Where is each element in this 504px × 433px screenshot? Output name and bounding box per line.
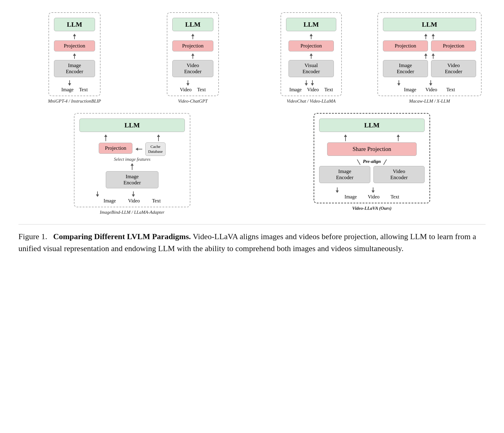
diagram5-arrows1 [79, 134, 185, 141]
diagram1-wrapper: LLM Projection ImageEncoder [18, 12, 131, 104]
diagram4-llm: LLM [383, 18, 476, 31]
diagram3-inputs: Image Video Text [289, 87, 333, 92]
diagram3: LLM Projection VisualEncoder [281, 12, 342, 96]
diagram6-share-projection: Share Projection [327, 142, 417, 156]
diagram4-proj1: Projection [383, 40, 428, 51]
diagram4-inputs: Image Video Text [404, 87, 455, 92]
bottom-diagrams-row: LLM Projection Cache [18, 113, 486, 215]
diagram4-input-image: Image [404, 87, 416, 92]
diagram5-input-arrows [79, 191, 185, 197]
diagram4-enc2: VideoEncoder [431, 60, 476, 77]
diagram1-arrow2 [73, 53, 76, 59]
diagram2: LLM Projection VideoEncoder Video Text [167, 12, 219, 96]
diagram3-input-arrows [305, 80, 318, 86]
diagram4-projections: Projection Projection [383, 40, 476, 53]
diagram3-input-video: Video [307, 87, 319, 92]
diagram5: LLM Projection Cache [74, 113, 190, 207]
diagram3-wrapper: LLM Projection VisualEncoder [255, 12, 367, 104]
diagram2-llm: LLM [172, 18, 213, 31]
diagram2-arrow1 [191, 34, 194, 39]
diagram3-projection: Projection [288, 40, 334, 51]
diagram5-input-image: Image [104, 198, 116, 204]
diagram5-input-text: Text [152, 198, 161, 204]
figure-caption: Figure 1. Comparing Different LVLM Parad… [18, 224, 486, 254]
diagram6-input-text: Text [391, 194, 399, 200]
diagram1-input-arrows [68, 80, 81, 86]
diagram5-wrapper: LLM Projection Cache [18, 113, 246, 215]
diagram2-input-text: Text [197, 87, 206, 92]
diagram4-input-text: Text [446, 87, 455, 92]
diagram4-arrows2 [383, 53, 476, 59]
diagram2-input-arrows [186, 80, 199, 86]
diagram3-encoder: VisualEncoder [288, 60, 334, 77]
diagram1-inputs: Image Text [61, 87, 88, 92]
diagram6-arrows1 [319, 134, 425, 141]
diagram5-h-arrow [136, 148, 142, 151]
diagram2-projection: Projection [172, 40, 213, 51]
diagram4: LLM Projection Projection [377, 12, 482, 96]
diagram6-caption: Video-LLaVA (Ours) [352, 206, 391, 211]
diagram6-llm: LLM [319, 119, 425, 132]
diagram4-encoders: ImageEncoder VideoEncoder [383, 60, 476, 79]
diagram1-encoder: ImageEncoder [54, 60, 95, 77]
diagram6: LLM Share Projection [314, 113, 430, 203]
diagram5-llm: LLM [79, 119, 185, 132]
diagram6-input-arrows [319, 187, 425, 193]
diagram4-enc1: ImageEncoder [383, 60, 428, 77]
diagram6-input-image: Image [345, 194, 357, 200]
diagram2-encoder: VideoEncoder [172, 60, 213, 77]
diagram1-caption: MniGPT-4 / InstructionBLIP [48, 99, 101, 104]
diagram5-arrow2 [131, 163, 134, 170]
diagram1: LLM Projection ImageEncoder [48, 12, 101, 96]
diagram3-llm: LLM [286, 18, 336, 31]
diagram2-arrow2 [191, 53, 194, 59]
diagram3-input-image: Image [289, 87, 302, 92]
diagram6-pre-align-row: Pre-align [360, 158, 384, 165]
top-diagrams-row: LLM Projection ImageEncoder [18, 12, 486, 104]
diagram2-inputs: Video Text [180, 87, 206, 92]
diagram5-inputs: Image Video Text [104, 198, 161, 204]
figure-bold-text: Comparing Different LVLM Paradigms. [53, 232, 191, 241]
diagram3-input-text: Text [324, 87, 333, 92]
diagram6-encoders: ImageEncoder VideoEncoder [319, 166, 425, 185]
figure-label: Figure 1. [18, 232, 47, 241]
diagram4-caption: Macaw-LLM / X-LLM [409, 99, 450, 104]
diagram1-arrow1 [73, 34, 76, 39]
diagram5-caption: ImageBind-LLM / LLaMA-Adapter [100, 210, 165, 215]
diagram1-llm: LLM [54, 18, 95, 31]
diagram6-inputs: Image Video Text [345, 194, 399, 200]
diagram6-wrapper: LLM Share Projection [258, 113, 486, 215]
diagram5-projection: Projection [99, 143, 132, 154]
diagram6-pre-align: Pre-align [363, 159, 381, 164]
diagram2-wrapper: LLM Projection VideoEncoder Video Text [137, 12, 249, 104]
diagram3-arrow2 [310, 53, 313, 59]
diagram4-arrows1 [383, 34, 476, 39]
diagram3-caption: VideoChat / Video-LLaMA [287, 99, 335, 104]
diagram6-input-video: Video [368, 194, 380, 200]
diagram4-input-arrows [383, 80, 476, 86]
diagram3-arrow1 [310, 34, 313, 39]
diagram2-caption: Video-ChatGPT [178, 99, 208, 104]
diagram1-input-text: Text [79, 87, 88, 92]
diagram4-proj2: Projection [431, 40, 476, 51]
diagram5-encoder: ImageEncoder [106, 171, 158, 188]
diagram1-input-image: Image [61, 87, 74, 92]
diagram4-input-video: Video [426, 87, 437, 92]
diagram6-enc2: VideoEncoder [373, 166, 425, 183]
diagram1-projection: Projection [54, 40, 95, 51]
diagram4-wrapper: LLM Projection Projection [373, 12, 486, 104]
diagram5-input-video: Video [128, 198, 140, 204]
diagram5-select-label: Select image features [114, 157, 150, 162]
diagram2-input-video: Video [180, 87, 192, 92]
diagram5-proj-cache: Projection CacheDatabase [79, 142, 185, 156]
diagram6-enc1: ImageEncoder [319, 166, 370, 183]
diagram5-cache: CacheDatabase [145, 142, 166, 156]
